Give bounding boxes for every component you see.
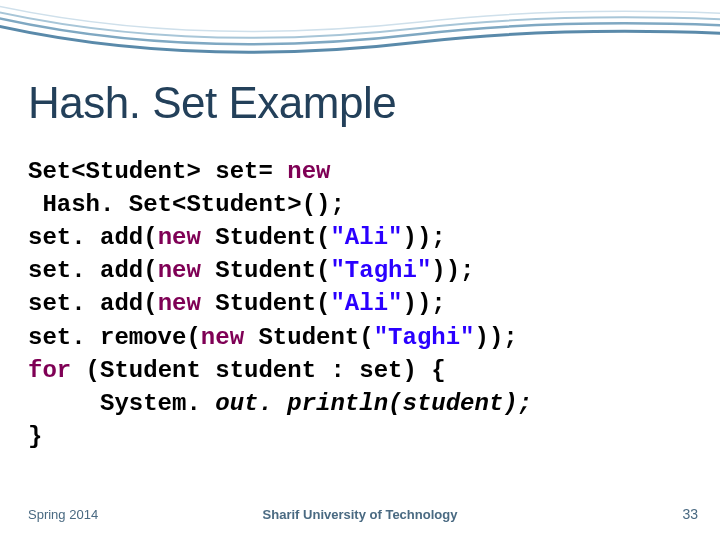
footer-date: Spring 2014 [28,507,98,522]
str: "Taghi" [330,257,431,284]
kw-new: new [201,324,244,351]
page-number: 33 [682,506,698,522]
code-t: Set<Student> set= [28,158,287,185]
code-t: Student( [201,224,331,251]
str: "Ali" [330,224,402,251]
code-t: } [28,423,42,450]
code-t: )); [402,290,445,317]
code-t: set. remove( [28,324,201,351]
code-t: Student( [244,324,374,351]
footer-institution: Sharif University of Technology [263,507,458,522]
code-t: Student( [201,290,331,317]
header-swoosh [0,0,720,80]
out: out [215,390,258,417]
code-t: System. [28,390,215,417]
kw-for: for [28,357,71,384]
code-t: Student( [201,257,331,284]
println: . println(student); [258,390,532,417]
code-t: Hash. Set<Student>(); [28,191,345,218]
kw-new: new [287,158,330,185]
str: "Taghi" [374,324,475,351]
code-t: set. add( [28,290,158,317]
code-t: (Student student : set) { [71,357,445,384]
code-block: Set<Student> set= new Hash. Set<Student>… [28,155,532,453]
str: "Ali" [330,290,402,317]
code-t: set. add( [28,257,158,284]
kw-new: new [158,257,201,284]
kw-new: new [158,290,201,317]
code-t: )); [475,324,518,351]
kw-new: new [158,224,201,251]
code-t: )); [402,224,445,251]
slide-title: Hash. Set Example [28,78,396,128]
code-t: set. add( [28,224,158,251]
code-t: )); [431,257,474,284]
